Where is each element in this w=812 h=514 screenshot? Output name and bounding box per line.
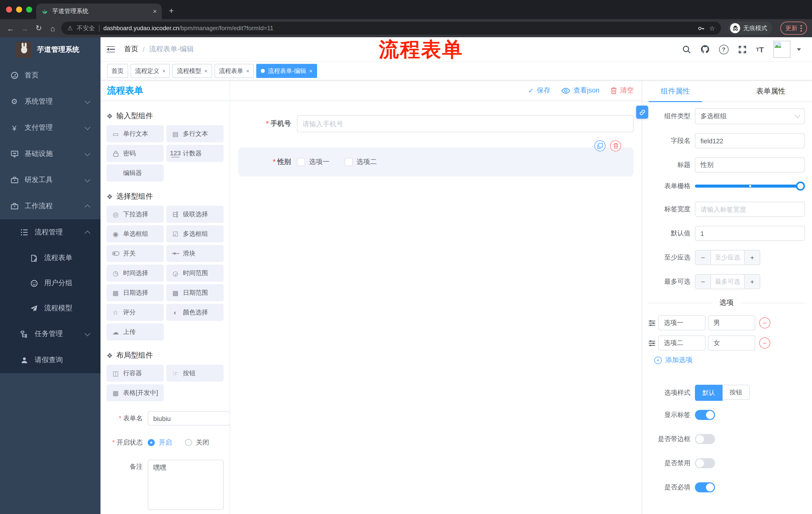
component-table[interactable]: ▦表格[开发中] — [107, 384, 164, 401]
tag-process-form-edit[interactable]: 流程表单-编辑 × — [257, 64, 317, 78]
option-label-input[interactable] — [658, 315, 705, 330]
browser-update-button[interactable]: 更新 — [780, 22, 807, 35]
grid-slider[interactable] — [695, 185, 801, 188]
sidebar-item-task-mgmt[interactable]: 任务管理 — [0, 321, 100, 347]
tab-form-props[interactable]: 表单属性 — [737, 80, 804, 102]
back-icon[interactable]: ← — [5, 24, 16, 32]
sidebar-collapse-icon[interactable] — [107, 46, 115, 53]
window-zoom-button[interactable] — [26, 6, 32, 12]
sidebar-item-process-model[interactable]: 流程模型 — [0, 296, 100, 321]
field-phone[interactable]: 手机号 — [238, 115, 634, 132]
component-type-select[interactable]: 多选框组 — [695, 108, 805, 124]
component-editor[interactable]: 编辑器 — [107, 164, 164, 182]
tag-process-model[interactable]: 流程模型 × — [173, 64, 212, 78]
disabled-toggle[interactable] — [695, 458, 715, 468]
option-value-input[interactable] — [708, 315, 755, 330]
tag-home[interactable]: 首页 — [107, 64, 128, 78]
phone-input[interactable] — [297, 115, 634, 132]
component-date-picker[interactable]: ▦日期选择 — [107, 284, 164, 301]
tag-close-icon[interactable]: × — [204, 68, 207, 74]
help-icon[interactable]: ? — [719, 45, 728, 54]
home-icon[interactable]: ⌂ — [47, 24, 58, 32]
tag-close-icon[interactable]: × — [309, 68, 313, 74]
label-width-input[interactable] — [695, 202, 805, 217]
field-gender-selected[interactable]: 性别 选项一 选项二 — [238, 147, 634, 177]
stepper-minus-button[interactable]: − — [695, 275, 711, 289]
option-label-input[interactable] — [658, 335, 705, 351]
radio-closed[interactable]: 关闭 — [185, 436, 209, 450]
browser-menu-icon[interactable] — [801, 25, 802, 31]
sidebar-item-user-group[interactable]: 用户分组 — [0, 271, 100, 296]
gender-option-2[interactable]: 选项二 — [344, 157, 377, 166]
component-color-picker[interactable]: ◐颜色选择 — [166, 304, 224, 321]
fullscreen-icon[interactable] — [738, 45, 747, 54]
component-switch[interactable]: 开关 — [107, 245, 164, 262]
window-minimize-button[interactable] — [16, 6, 22, 12]
tag-close-icon[interactable]: × — [246, 68, 250, 74]
component-checkbox-group[interactable]: ☑多选框组 — [166, 225, 224, 242]
url-text[interactable]: dashboard.yudao.iocoder.cn/bpm/manager/f… — [104, 25, 694, 32]
add-option-button[interactable]: + 添加选项 — [654, 356, 805, 364]
view-json-button[interactable]: 查看json — [561, 86, 600, 95]
tab-close-icon[interactable]: × — [153, 7, 157, 15]
remove-option-button[interactable]: − — [759, 337, 770, 349]
style-default-button[interactable]: 默认 — [695, 385, 723, 401]
component-upload[interactable]: ☁上传 — [107, 323, 164, 341]
address-bar[interactable]: ⚠ 不安全 dashboard.yudao.iocoder.cn/bpm/man… — [61, 22, 721, 35]
window-close-button[interactable] — [6, 6, 12, 12]
sidebar-item-home[interactable]: 首页 — [0, 62, 100, 88]
sidebar-item-workflow[interactable]: 工作流程 — [0, 193, 100, 219]
forward-icon[interactable]: → — [19, 24, 30, 32]
avatar[interactable] — [773, 41, 790, 58]
radio-open[interactable]: 开启 — [148, 436, 172, 450]
password-key-icon[interactable] — [698, 24, 705, 32]
stepper-plus-button[interactable]: + — [744, 275, 760, 289]
component-select[interactable]: ◎下拉选择 — [107, 206, 164, 223]
tab-component-props[interactable]: 组件属性 — [642, 80, 708, 102]
browser-tab[interactable]: 芋道管理系统 × — [36, 3, 162, 19]
search-icon[interactable] — [682, 45, 691, 54]
component-counter[interactable]: 123计数器 — [166, 145, 224, 162]
bookmark-star-icon[interactable]: ☆ — [709, 24, 715, 32]
sidebar-item-system[interactable]: ⚙ 系统管理 — [0, 88, 100, 115]
option-value-input[interactable] — [708, 335, 755, 351]
component-row-container[interactable]: ◫行容器 — [107, 364, 164, 382]
avatar-dropdown-icon[interactable] — [797, 48, 801, 51]
sidebar-item-process-form[interactable]: 流程表单 — [0, 245, 100, 271]
show-label-toggle[interactable] — [695, 410, 715, 420]
component-button[interactable]: ☞按钮 — [166, 364, 224, 382]
checkbox-icon[interactable] — [297, 158, 305, 166]
github-icon[interactable] — [700, 45, 709, 54]
component-time-picker[interactable]: ◷时间选择 — [107, 265, 164, 282]
save-button[interactable]: ✓ 保存 — [528, 86, 550, 95]
breadcrumb-home[interactable]: 首页 — [124, 45, 138, 54]
form-name-input[interactable] — [148, 411, 230, 426]
component-rate[interactable]: ☆评分 — [107, 304, 164, 321]
delete-component-button[interactable] — [610, 140, 621, 152]
sidebar-item-devtools[interactable]: 研发工具 — [0, 167, 100, 193]
component-cascader[interactable]: 级联选择 — [166, 206, 224, 223]
sidebar-logo[interactable]: 芋道管理系统 — [0, 37, 100, 62]
component-password[interactable]: 密码 — [107, 145, 164, 162]
drag-handle-icon[interactable] — [648, 320, 656, 326]
stepper-plus-button[interactable]: + — [744, 250, 760, 265]
font-size-icon[interactable]: TT — [756, 45, 764, 54]
component-textarea[interactable]: ▤多行文本 — [166, 125, 224, 142]
drawing-board[interactable]: 手机号 性别 选项一 选项二 — [230, 101, 642, 514]
copy-component-button[interactable] — [594, 140, 606, 152]
sidebar-item-leave-query[interactable]: 请假查询 — [0, 347, 100, 373]
title-input[interactable] — [695, 157, 805, 172]
sidebar-item-payment[interactable]: ¥ 支付管理 — [0, 115, 100, 141]
checkbox-icon[interactable] — [344, 158, 352, 166]
tag-process-definition[interactable]: 流程定义 × — [130, 64, 170, 78]
reload-icon[interactable]: ↻ — [33, 24, 44, 33]
sidebar-item-infra[interactable]: 基础设施 — [0, 141, 100, 167]
field-name-input[interactable] — [695, 133, 805, 148]
default-value-input[interactable] — [695, 226, 805, 241]
sidebar-item-process-mgmt[interactable]: 流程管理 — [0, 219, 100, 245]
component-single-text[interactable]: ▭单行文本 — [107, 125, 164, 142]
style-button-button[interactable]: 按钮 — [723, 385, 750, 400]
remove-option-button[interactable]: − — [759, 317, 770, 328]
form-remark-textarea[interactable]: 嘿嘿 — [148, 460, 224, 510]
min-select-value[interactable]: 至少应选 — [711, 250, 744, 265]
